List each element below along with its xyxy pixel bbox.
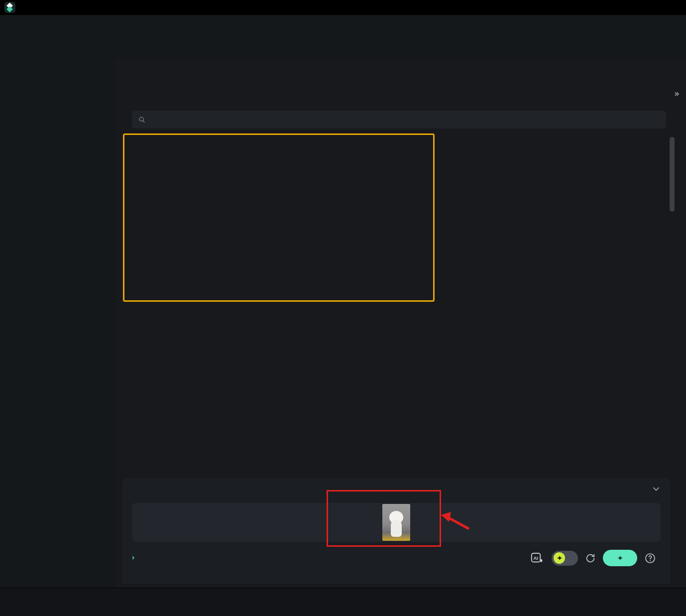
ai-ink-icon[interactable]: AI xyxy=(530,551,545,566)
search-icon xyxy=(138,116,146,123)
vertical-scrollbar[interactable] xyxy=(670,137,675,212)
highlight-annotation-box xyxy=(123,133,435,302)
template-browser: » › AI xyxy=(115,59,686,588)
media-toolbar xyxy=(0,15,686,59)
menu-bar xyxy=(0,0,686,15)
customize-link[interactable]: › xyxy=(132,553,134,561)
template-detail-panel: › AI ✦ ✦ xyxy=(122,478,670,584)
image-upload-area[interactable] xyxy=(132,503,661,542)
credit-coin-icon: ✦ xyxy=(554,552,565,564)
sparkle-icon: ✦ xyxy=(617,554,623,563)
panel-controls: AI ✦ ✦ xyxy=(530,550,656,566)
refresh-icon[interactable] xyxy=(585,553,596,564)
filter-chips xyxy=(124,87,663,102)
generate-button[interactable]: ✦ xyxy=(603,550,637,566)
filmora-window: » › AI xyxy=(0,0,686,616)
credits-pill[interactable]: ✦ xyxy=(552,551,578,566)
filmora-logo-icon xyxy=(4,2,15,13)
sidebar xyxy=(0,59,115,588)
question-icon[interactable] xyxy=(644,552,656,564)
chevron-down-icon[interactable] xyxy=(651,484,661,494)
uploaded-cat-image[interactable] xyxy=(382,504,410,541)
search-input[interactable] xyxy=(150,116,660,123)
chevron-double-right-icon[interactable]: » xyxy=(675,89,679,98)
timeline-toolbar xyxy=(0,588,686,616)
search-bar[interactable] xyxy=(132,111,666,128)
svg-text:AI: AI xyxy=(534,555,538,560)
